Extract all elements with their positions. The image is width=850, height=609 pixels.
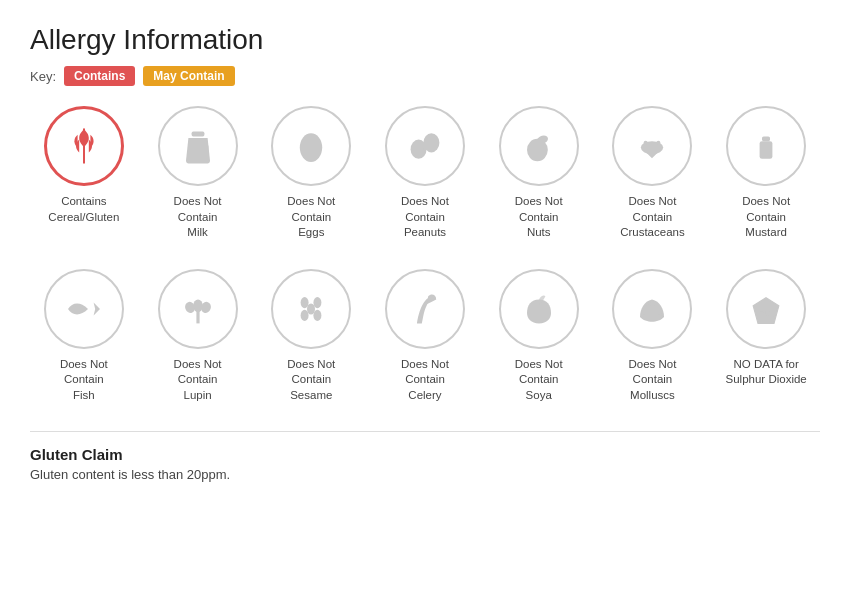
allergen-label-fish: Does Not Contain Fish (60, 357, 108, 404)
allergen-grid-row1: Contains Cereal/Gluten Does Not Contain … (30, 106, 820, 241)
allergen-circle-eggs (271, 106, 351, 186)
allergen-label-sesame: Does Not Contain Sesame (287, 357, 335, 404)
allergen-label-lupin: Does Not Contain Lupin (174, 357, 222, 404)
allergen-item-cereal: Contains Cereal/Gluten (30, 106, 138, 241)
allergen-label-cereal: Contains Cereal/Gluten (48, 194, 119, 225)
allergen-item-crustaceans: Does Not Contain Crustaceans (599, 106, 707, 241)
allergen-item-sulphur: SO₂ NO DATA for Sulphur Dioxide (712, 269, 820, 404)
page-title: Allergy Information (30, 24, 820, 56)
gluten-title: Gluten Claim (30, 446, 820, 463)
allergen-item-celery: Does Not Contain Celery (371, 269, 479, 404)
badge-contains: Contains (64, 66, 135, 86)
allergen-label-eggs: Does Not Contain Eggs (287, 194, 335, 241)
svg-point-5 (423, 133, 439, 152)
allergen-item-lupin: Does Not Contain Lupin (144, 269, 252, 404)
svg-rect-11 (762, 136, 770, 141)
allergen-item-eggs: Does Not Contain Eggs (257, 106, 365, 241)
allergen-label-soya: Does Not Contain Soya (515, 357, 563, 404)
allergen-circle-peanuts (385, 106, 465, 186)
allergen-label-mustard: Does Not Contain Mustard (742, 194, 790, 241)
allergen-item-soya: Does Not Contain Soya (485, 269, 593, 404)
svg-point-13 (73, 305, 76, 308)
allergen-label-sulphur: NO DATA for Sulphur Dioxide (726, 357, 807, 388)
allergen-circle-cereal (44, 106, 124, 186)
allergen-item-peanuts: Does Not Contain Peanuts (371, 106, 479, 241)
allergen-circle-soya (499, 269, 579, 349)
allergen-circle-lupin (158, 269, 238, 349)
svg-point-20 (301, 309, 309, 320)
key-label: Key: (30, 69, 56, 84)
allergen-item-mustard: Does Not Contain Mustard (712, 106, 820, 241)
svg-rect-12 (760, 141, 773, 159)
svg-rect-1 (191, 132, 204, 137)
allergen-circle-molluscs (612, 269, 692, 349)
allergen-circle-mustard (726, 106, 806, 186)
allergen-circle-nuts (499, 106, 579, 186)
allergen-label-nuts: Does Not Contain Nuts (515, 194, 563, 241)
gluten-text: Gluten content is less than 20ppm. (30, 467, 820, 482)
badge-may-contain: May Contain (143, 66, 234, 86)
svg-point-21 (314, 309, 322, 320)
key-row: Key: Contains May Contain (30, 66, 820, 86)
allergen-label-peanuts: Does Not Contain Peanuts (401, 194, 449, 241)
svg-point-9 (644, 141, 648, 145)
svg-text:SO₂: SO₂ (758, 309, 775, 319)
allergen-item-fish: Does Not Contain Fish (30, 269, 138, 404)
allergen-circle-crustaceans (612, 106, 692, 186)
allergen-circle-fish (44, 269, 124, 349)
svg-rect-6 (423, 143, 428, 149)
svg-point-19 (314, 297, 322, 308)
svg-point-18 (301, 297, 309, 308)
allergen-label-celery: Does Not Contain Celery (401, 357, 449, 404)
allergen-grid-row2: Does Not Contain Fish Does Not Contain L… (30, 269, 820, 404)
gluten-section: Gluten Claim Gluten content is less than… (30, 431, 820, 482)
allergen-circle-milk (158, 106, 238, 186)
allergen-circle-celery (385, 269, 465, 349)
svg-point-3 (300, 133, 322, 162)
allergen-circle-sulphur: SO₂ (726, 269, 806, 349)
allergen-item-molluscs: Does Not Contain Molluscs (599, 269, 707, 404)
allergen-label-crustaceans: Does Not Contain Crustaceans (620, 194, 685, 241)
svg-point-22 (307, 303, 315, 314)
allergen-label-molluscs: Does Not Contain Molluscs (628, 357, 676, 404)
allergen-circle-sesame (271, 269, 351, 349)
allergen-item-nuts: Does Not Contain Nuts (485, 106, 593, 241)
allergen-item-sesame: Does Not Contain Sesame (257, 269, 365, 404)
svg-point-15 (193, 299, 203, 312)
allergen-item-milk: Does Not Contain Milk (144, 106, 252, 241)
svg-rect-2 (202, 144, 208, 154)
svg-point-10 (657, 141, 661, 145)
allergen-label-milk: Does Not Contain Milk (174, 194, 222, 241)
